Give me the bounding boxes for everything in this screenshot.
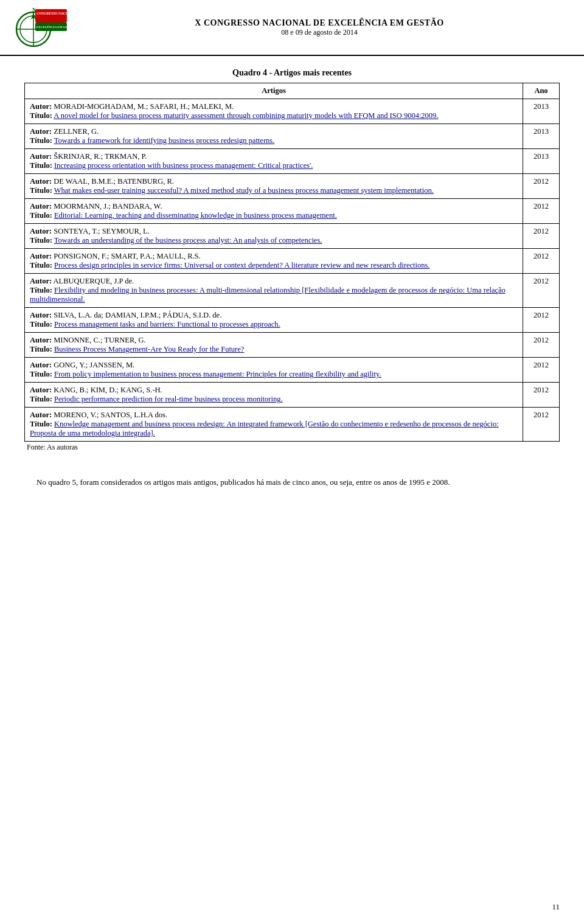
article-entry: Autor: ZELLNER, G.Título: Towards a fram…: [25, 124, 523, 149]
year-cell: 2012: [523, 308, 560, 333]
article-entry: Autor: MORENO, V.; SANTOS, L.H.A dos.Tít…: [25, 408, 523, 442]
title-line: Título: Process design principles in ser…: [30, 261, 518, 270]
title-line: Título: Business Process Management-Are …: [30, 345, 518, 354]
title-line: Título: Flexibility and modeling in busi…: [30, 286, 518, 304]
table-row: Autor: MORENO, V.; SANTOS, L.H.A dos.Tít…: [25, 408, 560, 442]
author-line: Autor: PONSIGNON, F.; SMART, P.A.; MAULL…: [30, 252, 518, 261]
table-row: Autor: MINONNE, C.; TURNER, G.Título: Bu…: [25, 333, 560, 358]
table-row: Autor: MOORMANN, J.; BANDARA, W.Título: …: [25, 199, 560, 224]
table-row: Autor: ŠKRINJAR, R.; TRKMAN, P.Título: I…: [25, 149, 560, 174]
header-title-block: X CONGRESSO NACIONAL DE EXCELÊNCIA EM GE…: [67, 18, 572, 37]
author-line: Autor: SILVA, L.A. da; DAMIAN, I.P.M.; P…: [30, 311, 518, 320]
col-header-artigos: Artigos: [25, 83, 523, 99]
article-entry: Autor: KANG, B.; KIM, D.; KANG, S.-H.Tít…: [25, 383, 523, 408]
article-entry: Autor: SONTEYA, T.; SEYMOUR, L.Título: T…: [25, 224, 523, 249]
title-line: Título: Increasing process orientation w…: [30, 161, 518, 170]
svg-text:EXCELÊNCIA EM GESTÃO: EXCELÊNCIA EM GESTÃO: [36, 26, 67, 29]
author-line: Autor: ZELLNER, G.: [30, 127, 518, 136]
table-row: Autor: DE WAAL, B.M.E.; BATENBURG, R.Tít…: [25, 174, 560, 199]
article-entry: Autor: PONSIGNON, F.; SMART, P.A.; MAULL…: [25, 249, 523, 274]
table-row: Autor: GONG, Y.; JANSSEN, M.Título: From…: [25, 358, 560, 383]
title-line: Título: What makes end-user training suc…: [30, 186, 518, 195]
article-entry: Autor: ALBUQUERQUE, J.P de.Título: Flexi…: [25, 274, 523, 308]
logo: N CONGRESSO NACIONAL DE EXCELÊNCIA EM GE…: [12, 6, 67, 49]
title-line: Título: Knowledge management and busines…: [30, 420, 518, 438]
year-cell: 2012: [523, 333, 560, 358]
title-line: Título: Towards an understanding of the …: [30, 236, 518, 245]
year-cell: 2013: [523, 124, 560, 149]
author-line: Autor: MORENO, V.; SANTOS, L.H.A dos.: [30, 411, 518, 420]
table-row: Autor: KANG, B.; KIM, D.; KANG, S.-H.Tít…: [25, 383, 560, 408]
year-cell: 2012: [523, 383, 560, 408]
author-line: Autor: DE WAAL, B.M.E.; BATENBURG, R.: [30, 177, 518, 186]
table-row: Autor: SILVA, L.A. da; DAMIAN, I.P.M.; P…: [25, 308, 560, 333]
title-line: Título: A novel model for business proce…: [30, 111, 518, 120]
bottom-paragraph: No quadro 5, foram considerados os artig…: [0, 464, 584, 501]
year-cell: 2012: [523, 199, 560, 224]
author-line: Autor: KANG, B.; KIM, D.; KANG, S.-H.: [30, 386, 518, 395]
year-cell: 2013: [523, 149, 560, 174]
title-line: Título: Towards a framework for identify…: [30, 136, 518, 145]
year-cell: 2012: [523, 174, 560, 199]
year-cell: 2012: [523, 358, 560, 383]
year-cell: 2012: [523, 224, 560, 249]
articles-table: Artigos Ano Autor: MORADI-MOGHADAM, M.; …: [24, 83, 560, 442]
author-line: Autor: MINONNE, C.; TURNER, G.: [30, 336, 518, 345]
page-header: N CONGRESSO NACIONAL DE EXCELÊNCIA EM GE…: [0, 0, 584, 56]
conference-dates: 08 e 09 de agosto de 2014: [67, 28, 572, 37]
author-line: Autor: GONG, Y.; JANSSEN, M.: [30, 361, 518, 370]
title-line: Título: From policy implementation to bu…: [30, 370, 518, 379]
page-number: 11: [552, 902, 560, 912]
article-entry: Autor: GONG, Y.; JANSSEN, M.Título: From…: [25, 358, 523, 383]
svg-text:CONGRESSO NACIONAL DE: CONGRESSO NACIONAL DE: [36, 12, 67, 15]
table-row: Autor: SONTEYA, T.; SEYMOUR, L.Título: T…: [25, 224, 560, 249]
article-entry: Autor: MORADI-MOGHADAM, M.; SAFARI, H.; …: [25, 99, 523, 124]
table-row: Autor: PONSIGNON, F.; SMART, P.A.; MAULL…: [25, 249, 560, 274]
author-line: Autor: SONTEYA, T.; SEYMOUR, L.: [30, 227, 518, 236]
author-line: Autor: ŠKRINJAR, R.; TRKMAN, P.: [30, 152, 518, 161]
article-entry: Autor: ŠKRINJAR, R.; TRKMAN, P.Título: I…: [25, 149, 523, 174]
author-line: Autor: MOORMANN, J.; BANDARA, W.: [30, 202, 518, 211]
article-entry: Autor: DE WAAL, B.M.E.; BATENBURG, R.Tít…: [25, 174, 523, 199]
main-content: Quadro 4 - Artigos mais recentes Artigos…: [0, 56, 584, 464]
article-entry: Autor: SILVA, L.A. da; DAMIAN, I.P.M.; P…: [25, 308, 523, 333]
year-cell: 2012: [523, 274, 560, 308]
article-entry: Autor: MOORMANN, J.; BANDARA, W.Título: …: [25, 199, 523, 224]
author-line: Autor: ALBUQUERQUE, J.P de.: [30, 277, 518, 286]
col-header-ano: Ano: [523, 83, 560, 99]
table-row: Autor: MORADI-MOGHADAM, M.; SAFARI, H.; …: [25, 99, 560, 124]
bottom-text-content: No quadro 5, foram considerados os artig…: [36, 478, 450, 487]
article-entry: Autor: MINONNE, C.; TURNER, G.Título: Bu…: [25, 333, 523, 358]
year-cell: 2013: [523, 99, 560, 124]
author-line: Autor: MORADI-MOGHADAM, M.; SAFARI, H.; …: [30, 102, 518, 111]
title-line: Título: Process management tasks and bar…: [30, 320, 518, 329]
conference-name: X CONGRESSO NACIONAL DE EXCELÊNCIA EM GE…: [67, 18, 572, 28]
table-row: Autor: ZELLNER, G.Título: Towards a fram…: [25, 124, 560, 149]
table-row: Autor: ALBUQUERQUE, J.P de.Título: Flexi…: [25, 274, 560, 308]
title-line: Título: Editorial: Learning, teaching an…: [30, 211, 518, 220]
table-source: Fonte: As autoras: [24, 442, 560, 452]
title-line: Título: Periodic performance prediction …: [30, 395, 518, 404]
year-cell: 2012: [523, 249, 560, 274]
table-title: Quadro 4 - Artigos mais recentes: [24, 68, 560, 78]
year-cell: 2012: [523, 408, 560, 442]
